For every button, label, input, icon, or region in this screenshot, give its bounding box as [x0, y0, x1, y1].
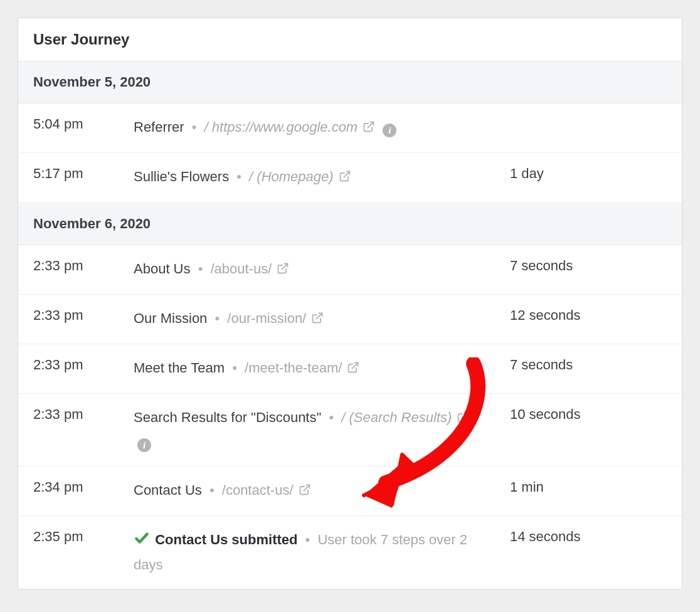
external-link-icon[interactable]	[311, 309, 324, 331]
svg-line-4	[353, 363, 358, 369]
row-path: / (Search Results)	[341, 409, 452, 425]
external-link-icon[interactable]	[299, 480, 311, 503]
journey-row: 2:33 pm Our Mission • /our-mission/ 12 s…	[18, 295, 682, 344]
svg-line-3	[317, 313, 322, 319]
row-main: Search Results for "Discounts" • / (Sear…	[134, 406, 510, 453]
svg-line-5	[462, 413, 468, 418]
row-main: Sullie's Flowers • / (Homepage)	[134, 166, 510, 189]
info-icon[interactable]: i	[383, 124, 396, 137]
separator-dot: •	[194, 261, 207, 277]
separator-dot: •	[211, 310, 223, 326]
row-time: 2:34 pm	[33, 479, 134, 495]
row-title: Sullie's Flowers	[134, 169, 229, 184]
external-link-icon[interactable]	[277, 259, 289, 282]
journey-row: 5:04 pm Referrer • / https://www.google.…	[18, 103, 682, 153]
row-duration: 14 seconds	[510, 529, 667, 545]
svg-line-0	[368, 122, 374, 128]
user-journey-panel: User Journey November 5, 2020 5:04 pm Re…	[18, 18, 682, 589]
date-header: November 6, 2020	[18, 203, 682, 245]
journey-row: 2:34 pm Contact Us • /contact-us/ 1 min	[18, 467, 682, 516]
row-main: Referrer • / https://www.google.com i	[134, 116, 510, 140]
journey-row: 2:33 pm Search Results for "Discounts" •…	[18, 394, 682, 467]
row-duration: 1 min	[510, 479, 667, 495]
external-link-icon[interactable]	[347, 358, 359, 381]
row-path: /about-us/	[210, 261, 272, 277]
svg-line-2	[282, 263, 288, 269]
row-time: 2:33 pm	[33, 406, 134, 423]
separator-dot: •	[206, 482, 218, 498]
separator-dot: •	[233, 169, 245, 184]
row-duration: 7 seconds	[510, 357, 667, 373]
row-path: /meet-the-team/	[245, 360, 342, 376]
row-title: Search Results for "Discounts"	[134, 409, 321, 425]
external-link-icon[interactable]	[457, 408, 469, 430]
separator-dot: •	[188, 119, 201, 135]
row-title: Meet the Team	[134, 360, 225, 376]
row-time: 2:33 pm	[33, 258, 134, 274]
journey-row: 2:35 pm Contact Us submitted • User took…	[18, 516, 682, 589]
row-duration: 7 seconds	[510, 258, 667, 274]
row-title: Contact Us submitted	[155, 532, 297, 547]
row-time: 2:35 pm	[33, 529, 134, 545]
row-duration: 10 seconds	[510, 406, 667, 423]
info-icon[interactable]: i	[137, 438, 151, 452]
separator-dot: •	[325, 409, 337, 425]
row-duration: 1 day	[510, 166, 667, 182]
panel-title: User Journey	[18, 18, 682, 61]
separator-dot: •	[302, 532, 314, 547]
svg-line-1	[344, 172, 349, 177]
row-path: / https://www.google.com	[204, 119, 358, 135]
row-title: Referrer	[134, 119, 184, 135]
journey-row: 2:33 pm Meet the Team • /meet-the-team/ …	[18, 344, 682, 394]
row-time: 2:33 pm	[33, 357, 134, 373]
external-link-icon[interactable]	[363, 117, 375, 140]
row-main: Contact Us • /contact-us/	[134, 479, 510, 503]
date-header: November 5, 2020	[18, 61, 682, 103]
row-time: 5:04 pm	[33, 116, 134, 132]
journey-row: 2:33 pm About Us • /about-us/ 7 seconds	[18, 245, 682, 295]
row-duration: 12 seconds	[510, 307, 667, 324]
row-main: Our Mission • /our-mission/	[134, 307, 510, 331]
row-path: /contact-us/	[222, 482, 294, 498]
check-icon	[134, 530, 150, 553]
row-main: About Us • /about-us/	[134, 258, 510, 282]
separator-dot: •	[228, 360, 241, 376]
external-link-icon[interactable]	[339, 167, 351, 189]
svg-line-6	[304, 485, 309, 491]
row-time: 5:17 pm	[33, 166, 134, 182]
row-title: Contact Us	[134, 482, 202, 498]
journey-row: 5:17 pm Sullie's Flowers • / (Homepage) …	[18, 153, 682, 203]
row-time: 2:33 pm	[33, 307, 134, 324]
row-main: Meet the Team • /meet-the-team/	[134, 357, 510, 381]
row-path: / (Homepage)	[249, 169, 334, 184]
row-title: About Us	[134, 261, 191, 277]
row-path: /our-mission/	[227, 310, 306, 326]
row-main: Contact Us submitted • User took 7 steps…	[134, 529, 510, 576]
row-title: Our Mission	[134, 310, 207, 326]
